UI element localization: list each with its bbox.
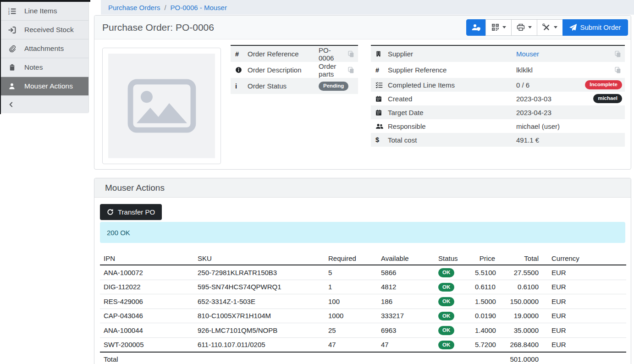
table-row: ANA-100072 250-72981KLRATR150B3 5 5866 O…	[100, 265, 626, 280]
col-header-required: Required	[325, 252, 377, 265]
detail-value: 491.1 €	[516, 136, 622, 144]
detail-value: 2023-03-03	[516, 95, 593, 103]
cell-status: OK	[435, 337, 471, 352]
order-options-button[interactable]	[537, 19, 563, 36]
transfer-po-button[interactable]: Transfer PO	[100, 204, 162, 220]
svg-text:1: 1	[8, 8, 10, 10]
parts-table: IPN SKU Required Available Status Price …	[100, 252, 626, 364]
cell-total: 27.5500	[499, 265, 542, 280]
chevron-down-icon	[554, 26, 557, 28]
cell-total: 150.0000	[499, 294, 542, 309]
barcode-actions-button[interactable]	[485, 19, 512, 36]
sidebar-collapse-button[interactable]	[1, 96, 88, 113]
print-actions-button[interactable]	[511, 19, 537, 36]
order-toolbar: Submit Order	[466, 19, 628, 36]
col-header-sku: SKU	[194, 252, 325, 265]
cell-sku: 810-C1005X7R1H104M	[194, 309, 325, 323]
cell-available: 186	[377, 294, 435, 309]
chevron-down-icon	[502, 26, 506, 28]
col-header-available: Available	[377, 252, 435, 265]
cell-currency: EUR	[542, 337, 626, 352]
transfer-po-label: Transfer PO	[118, 208, 155, 216]
cell-currency: EUR	[542, 309, 626, 323]
submit-order-button[interactable]: Submit Order	[562, 19, 628, 36]
cell-available: 5866	[377, 265, 435, 280]
cell-price: 0.0190	[471, 309, 499, 323]
col-header-total: Total	[499, 252, 542, 265]
cell-total: 35.0000	[499, 323, 542, 338]
cell-available: 333217	[377, 309, 435, 323]
cell-price: 1.4000	[471, 323, 499, 338]
detail-row-completed-line-items: Completed Line Items 0 / 6 Incomplete	[371, 78, 625, 92]
cell-required: 100	[325, 294, 377, 309]
col-header-status: Status	[435, 252, 471, 265]
table-row: CAP-043046 810-C1005X7R1H104M 1000 33321…	[100, 309, 626, 323]
table-row: ANA-100044 926-LMC7101QM5/NOPB 25 6963 O…	[100, 323, 626, 338]
detail-value: Order parts	[319, 62, 346, 78]
cell-price: 0.6110	[471, 280, 499, 294]
sidebar-item-label: Attachments	[24, 44, 64, 53]
sidebar-item-notes[interactable]: Notes	[1, 58, 88, 77]
printer-icon	[517, 23, 525, 31]
users-icon	[375, 123, 388, 130]
footer-total-label: Total	[100, 352, 499, 364]
cell-required: 1000	[325, 309, 377, 323]
copy-icon[interactable]	[346, 66, 355, 74]
cell-total: 0.6100	[499, 280, 542, 294]
detail-label: Order Reference	[248, 50, 319, 58]
mouser-actions-panel: Mouser Actions Transfer PO 200 OK IPN SK…	[94, 178, 631, 364]
cell-ipn: ANA-100072	[100, 265, 194, 280]
table-header-row: IPN SKU Required Available Status Price …	[100, 252, 626, 265]
ok-badge: OK	[438, 312, 454, 321]
cell-status: OK	[435, 294, 471, 309]
detail-label: Order Description	[248, 66, 319, 74]
sign-in-icon	[7, 26, 17, 34]
detail-value: lklklkl	[516, 66, 613, 74]
clipboard-icon	[7, 64, 17, 71]
detail-value: Pending	[319, 81, 355, 91]
sidebar-item-label: Received Stock	[24, 26, 74, 34]
status-badge: Pending	[319, 82, 348, 91]
detail-row-total-cost: $ Total cost 491.1 €	[371, 133, 625, 147]
sidebar-item-mouser-actions[interactable]: Mouser Actions	[1, 77, 88, 96]
cell-available: 4812	[377, 280, 435, 294]
detail-row-order-description: Order Description Order parts	[231, 62, 358, 78]
cell-total: 19.0000	[499, 309, 542, 323]
cell-status: OK	[435, 265, 471, 280]
order-image-card[interactable]	[102, 48, 221, 164]
paperclip-icon	[7, 45, 17, 52]
sidebar-item-received-stock[interactable]: Received Stock	[1, 21, 88, 39]
info-icon: i	[235, 83, 248, 90]
breadcrumb: Purchase Orders / PO-0006 - Mouser	[101, 0, 634, 15]
cell-sku: 250-72981KLRATR150B3	[194, 265, 325, 280]
dollar-icon: $	[375, 136, 388, 143]
breadcrumb-link-current[interactable]: PO-0006 - Mouser	[171, 4, 227, 11]
cell-price: 5.7200	[471, 337, 499, 352]
supplier-link[interactable]: Mouser	[516, 50, 539, 58]
cell-available: 6963	[377, 323, 435, 338]
ok-badge: OK	[438, 297, 454, 306]
detail-label: Target Date	[388, 109, 516, 116]
building-icon	[375, 50, 388, 57]
ok-badge: OK	[438, 268, 454, 277]
cell-ipn: ANA-100044	[100, 323, 194, 338]
cell-status: OK	[435, 309, 471, 323]
cell-sku: 926-LMC7101QM5/NOPB	[194, 323, 325, 338]
breadcrumb-link-purchase-orders[interactable]: Purchase Orders	[108, 4, 160, 11]
cell-currency: EUR	[542, 323, 626, 338]
table-row: DIG-112022 595-SN74HCS74QPWRQ1 1 4812 OK…	[100, 280, 626, 294]
table-footer-row: Total 501.0000	[100, 352, 626, 364]
detail-label: Created	[388, 95, 516, 103]
cell-required: 47	[325, 337, 377, 352]
copy-icon[interactable]	[613, 66, 622, 74]
copy-icon[interactable]	[346, 50, 355, 58]
refresh-icon	[107, 209, 114, 215]
detail-row-responsible: Responsible michael (user)	[371, 119, 625, 133]
submit-order-label: Submit Order	[580, 23, 621, 31]
copy-icon[interactable]	[613, 50, 622, 58]
admin-button[interactable]	[466, 19, 486, 36]
sidebar-item-attachments[interactable]: Attachments	[1, 39, 88, 58]
detail-row-empty	[371, 147, 625, 158]
sidebar-item-line-items[interactable]: 123 Line Items	[1, 2, 88, 21]
footer-total-value: 501.0000	[499, 352, 542, 364]
